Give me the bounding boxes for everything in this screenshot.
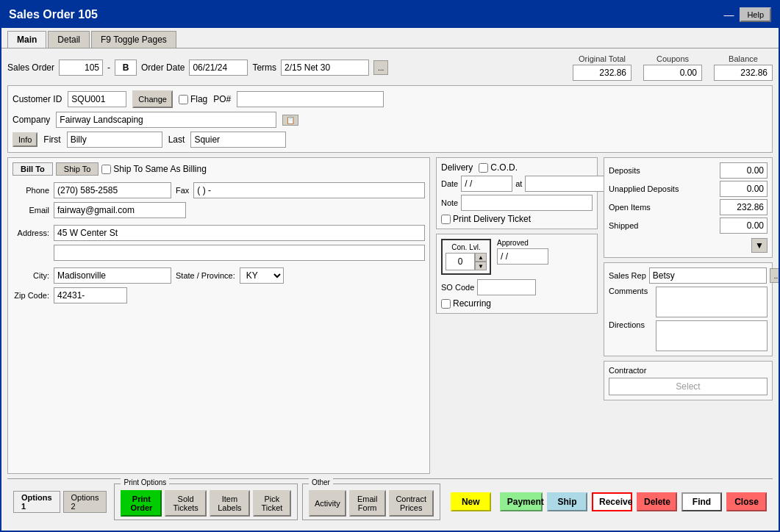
last-input[interactable]	[190, 132, 286, 148]
delivery-date-row: Date at	[441, 176, 593, 192]
name-row: Info First Last	[12, 132, 768, 148]
find-button[interactable]: Find	[681, 492, 722, 511]
balance-value[interactable]	[714, 65, 773, 81]
shipped-value[interactable]	[720, 218, 768, 234]
bottom-toolbar: Options 1 Options 2 Print Options Print …	[7, 478, 773, 525]
con-spinner-buttons: ▲ ▼	[475, 253, 487, 270]
approved-section: Approved	[497, 239, 548, 265]
state-select[interactable]: KY	[240, 267, 284, 284]
print-order-button[interactable]: Print Order	[121, 490, 162, 517]
original-total-value[interactable]	[573, 65, 631, 81]
activity-button[interactable]: Activity	[309, 490, 346, 517]
con-spinner-down[interactable]: ▼	[475, 262, 487, 270]
delivery-at-label: at	[515, 179, 522, 188]
ship-to-tab[interactable]: Ship To	[56, 162, 99, 176]
payment-button[interactable]: Payment	[500, 492, 543, 511]
b-field[interactable]	[115, 60, 137, 76]
delete-button[interactable]: Delete	[637, 492, 677, 511]
help-button[interactable]: Help	[740, 7, 771, 22]
so-code-input[interactable]	[477, 279, 536, 295]
deposits-label: Deposits	[609, 166, 640, 175]
terms-dots-button[interactable]: ...	[373, 60, 388, 75]
zip-label: Zip Code:	[12, 291, 49, 300]
so-code-row: SO Code	[441, 278, 593, 295]
order-date-input[interactable]	[189, 60, 248, 76]
contract-prices-button[interactable]: Contract Prices	[389, 490, 434, 517]
change-button[interactable]: Change	[132, 90, 173, 108]
phone-label: Phone	[12, 186, 49, 195]
city-row: City: State / Province: KY	[12, 267, 425, 284]
print-ticket-checkbox[interactable]	[441, 215, 451, 224]
customer-id-label: Customer ID	[12, 94, 62, 104]
con-spinner-up[interactable]: ▲	[475, 253, 487, 262]
unapplied-row: Unapplied Deposits	[609, 181, 768, 197]
address2-input[interactable]	[54, 245, 425, 261]
zip-input[interactable]	[54, 287, 127, 303]
balance-label: Balance	[729, 54, 758, 63]
same-as-billing-checkbox[interactable]	[101, 165, 111, 174]
con-lvl-spinner: ▲ ▼	[446, 253, 487, 270]
address2-row	[12, 245, 425, 261]
copy-button[interactable]: 📋	[282, 115, 298, 126]
options1-tab[interactable]: Options 1	[13, 491, 60, 513]
minimize-button[interactable]: —	[720, 9, 737, 21]
recurring-checkbox[interactable]	[441, 299, 451, 309]
options2-tab[interactable]: Options 2	[63, 491, 107, 513]
delivery-note-input[interactable]	[461, 195, 593, 211]
address1-input[interactable]	[54, 225, 425, 241]
email-form-button[interactable]: Email Form	[349, 490, 386, 517]
ship-button[interactable]: Ship	[547, 492, 587, 511]
sales-rep-row: Sales Rep ... Job ...	[609, 267, 768, 284]
pick-ticket-button[interactable]: Pick Ticket	[253, 490, 291, 517]
delivery-note-row: Note	[441, 195, 593, 211]
title-bar: Sales Order 105 — Help	[1, 1, 779, 28]
terms-input[interactable]	[281, 60, 369, 76]
cod-checkbox[interactable]	[479, 163, 488, 173]
directions-textarea[interactable]	[656, 320, 768, 351]
right-panel: Deposits Unapplied Deposits Open Items	[604, 157, 773, 474]
sold-tickets-button[interactable]: Sold Tickets	[165, 490, 207, 517]
customer-id-input[interactable]	[68, 91, 126, 107]
info-button[interactable]: Info	[12, 132, 37, 147]
delivery-date-input[interactable]	[461, 176, 512, 192]
new-button[interactable]: New	[451, 492, 491, 511]
close-button[interactable]: Close	[726, 492, 767, 511]
unapplied-value[interactable]	[720, 181, 768, 197]
sales-rep-input[interactable]	[649, 267, 767, 284]
flag-checkbox[interactable]	[179, 95, 188, 104]
phone-input[interactable]	[54, 182, 171, 198]
dropdown-button[interactable]: ▼	[751, 238, 768, 253]
bill-to-tab[interactable]: Bill To	[12, 162, 53, 176]
tab-detail[interactable]: Detail	[48, 31, 90, 48]
fax-input[interactable]	[193, 182, 425, 198]
po-input[interactable]	[237, 91, 384, 107]
sales-rep-dots[interactable]: ...	[770, 268, 779, 283]
main-window: Sales Order 105 — Help Main Detail F9 To…	[0, 0, 780, 532]
print-options-group: Print Options Print Order Sold Tickets I…	[114, 484, 297, 520]
flag-label: Flag	[190, 94, 207, 104]
first-input[interactable]	[67, 132, 162, 148]
company-input[interactable]	[56, 112, 276, 128]
sales-order-number[interactable]	[59, 60, 103, 76]
con-lvl-input[interactable]	[446, 253, 475, 270]
comments-textarea[interactable]	[656, 287, 768, 317]
contractor-select-button[interactable]: Select	[609, 378, 768, 395]
item-labels-button[interactable]: Item Labels	[210, 490, 250, 517]
shipped-row: Shipped	[609, 218, 768, 234]
city-input[interactable]	[54, 267, 171, 284]
email-input[interactable]	[54, 202, 186, 218]
directions-label: Directions	[609, 320, 653, 329]
customer-id-row: Customer ID Change Flag PO#	[12, 90, 768, 108]
deposits-value[interactable]	[720, 162, 768, 179]
coupons-value[interactable]	[643, 65, 702, 81]
tab-main[interactable]: Main	[7, 31, 46, 48]
con-lvl-label: Con. Lvl.	[451, 243, 480, 251]
same-as-billing-label: Ship To Same As Billing	[101, 164, 207, 174]
directions-row: Directions	[609, 320, 768, 351]
receive-button[interactable]: Receive	[592, 492, 632, 511]
tab-toggle[interactable]: F9 Toggle Pages	[91, 31, 176, 48]
approved-input[interactable]	[497, 248, 548, 265]
print-ticket-text: Print Delivery Ticket	[453, 214, 531, 224]
coupons-label: Coupons	[656, 54, 689, 63]
open-items-value[interactable]	[720, 199, 768, 215]
